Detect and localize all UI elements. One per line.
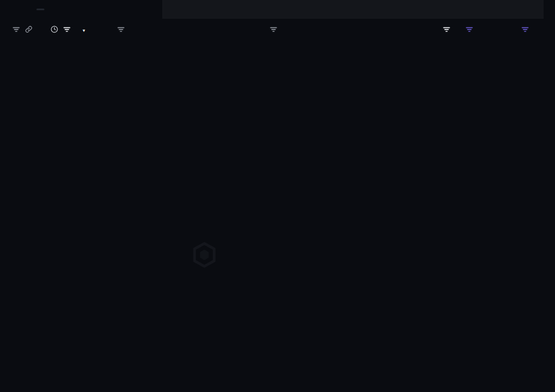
filter-icon[interactable] bbox=[443, 26, 450, 34]
current-page bbox=[36, 9, 44, 10]
filter-icon[interactable] bbox=[270, 26, 277, 34]
tab-outflow[interactable] bbox=[417, 0, 544, 19]
filter-icon[interactable] bbox=[63, 26, 71, 34]
arkham-logo-icon bbox=[192, 242, 216, 268]
filter-icon[interactable] bbox=[466, 26, 473, 34]
header-to bbox=[270, 26, 424, 34]
filter-icon[interactable] bbox=[13, 26, 20, 34]
header-value bbox=[424, 26, 459, 34]
filter-icon[interactable] bbox=[521, 26, 529, 34]
header-time: ▾ bbox=[10, 26, 117, 35]
link-icon[interactable] bbox=[25, 26, 32, 35]
tab-transfers[interactable] bbox=[0, 0, 162, 19]
table-header: ▾ bbox=[10, 19, 539, 42]
filter-icon[interactable] bbox=[117, 26, 125, 34]
header-usd bbox=[496, 26, 539, 34]
tab-swaps[interactable] bbox=[162, 0, 289, 19]
header-from bbox=[117, 26, 270, 34]
clock-icon[interactable] bbox=[51, 26, 58, 35]
tab-bar-edge bbox=[544, 0, 555, 19]
transfers-table: ▾ bbox=[10, 19, 539, 42]
tab-bar bbox=[0, 0, 555, 19]
header-token bbox=[459, 26, 496, 34]
pagination bbox=[32, 9, 56, 10]
arkham-watermark bbox=[192, 242, 225, 268]
chevron-down-icon[interactable]: ▾ bbox=[82, 27, 87, 34]
tab-inflow[interactable] bbox=[289, 0, 416, 19]
